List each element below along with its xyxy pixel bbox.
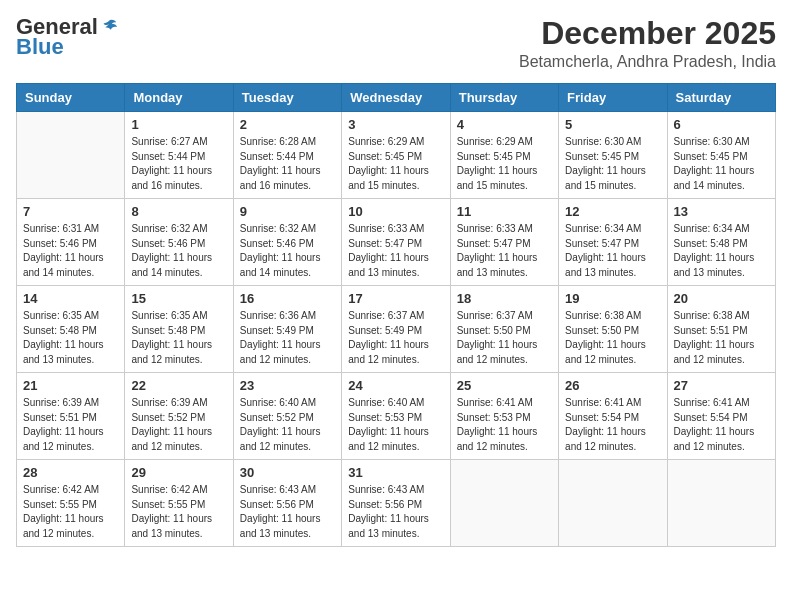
day-info: Sunrise: 6:30 AMSunset: 5:45 PMDaylight:…: [565, 135, 660, 193]
calendar-cell: 26Sunrise: 6:41 AMSunset: 5:54 PMDayligh…: [559, 373, 667, 460]
day-number: 10: [348, 204, 443, 219]
day-number: 17: [348, 291, 443, 306]
day-header-sunday: Sunday: [17, 84, 125, 112]
day-info: Sunrise: 6:31 AMSunset: 5:46 PMDaylight:…: [23, 222, 118, 280]
calendar-cell: 21Sunrise: 6:39 AMSunset: 5:51 PMDayligh…: [17, 373, 125, 460]
calendar-table: SundayMondayTuesdayWednesdayThursdayFrid…: [16, 83, 776, 547]
day-number: 16: [240, 291, 335, 306]
day-info: Sunrise: 6:40 AMSunset: 5:53 PMDaylight:…: [348, 396, 443, 454]
calendar-week-row: 7Sunrise: 6:31 AMSunset: 5:46 PMDaylight…: [17, 199, 776, 286]
day-info: Sunrise: 6:41 AMSunset: 5:54 PMDaylight:…: [674, 396, 769, 454]
day-info: Sunrise: 6:38 AMSunset: 5:50 PMDaylight:…: [565, 309, 660, 367]
day-number: 25: [457, 378, 552, 393]
day-number: 30: [240, 465, 335, 480]
day-info: Sunrise: 6:34 AMSunset: 5:48 PMDaylight:…: [674, 222, 769, 280]
day-number: 11: [457, 204, 552, 219]
day-info: Sunrise: 6:29 AMSunset: 5:45 PMDaylight:…: [348, 135, 443, 193]
month-year-title: December 2025: [519, 16, 776, 51]
day-number: 5: [565, 117, 660, 132]
day-info: Sunrise: 6:32 AMSunset: 5:46 PMDaylight:…: [240, 222, 335, 280]
calendar-cell: 29Sunrise: 6:42 AMSunset: 5:55 PMDayligh…: [125, 460, 233, 547]
calendar-cell: 20Sunrise: 6:38 AMSunset: 5:51 PMDayligh…: [667, 286, 775, 373]
calendar-cell: 22Sunrise: 6:39 AMSunset: 5:52 PMDayligh…: [125, 373, 233, 460]
day-number: 28: [23, 465, 118, 480]
day-number: 26: [565, 378, 660, 393]
day-number: 24: [348, 378, 443, 393]
day-header-wednesday: Wednesday: [342, 84, 450, 112]
calendar-cell: 18Sunrise: 6:37 AMSunset: 5:50 PMDayligh…: [450, 286, 558, 373]
day-number: 29: [131, 465, 226, 480]
day-header-saturday: Saturday: [667, 84, 775, 112]
day-info: Sunrise: 6:38 AMSunset: 5:51 PMDaylight:…: [674, 309, 769, 367]
calendar-cell: 3Sunrise: 6:29 AMSunset: 5:45 PMDaylight…: [342, 112, 450, 199]
day-number: 7: [23, 204, 118, 219]
day-info: Sunrise: 6:35 AMSunset: 5:48 PMDaylight:…: [23, 309, 118, 367]
day-header-monday: Monday: [125, 84, 233, 112]
calendar-cell: [667, 460, 775, 547]
calendar-cell: 16Sunrise: 6:36 AMSunset: 5:49 PMDayligh…: [233, 286, 341, 373]
day-number: 12: [565, 204, 660, 219]
day-info: Sunrise: 6:37 AMSunset: 5:49 PMDaylight:…: [348, 309, 443, 367]
day-info: Sunrise: 6:35 AMSunset: 5:48 PMDaylight:…: [131, 309, 226, 367]
day-number: 1: [131, 117, 226, 132]
calendar-cell: 11Sunrise: 6:33 AMSunset: 5:47 PMDayligh…: [450, 199, 558, 286]
day-number: 27: [674, 378, 769, 393]
calendar-week-row: 21Sunrise: 6:39 AMSunset: 5:51 PMDayligh…: [17, 373, 776, 460]
logo-bird-icon: [100, 18, 118, 36]
calendar-cell: [450, 460, 558, 547]
day-header-friday: Friday: [559, 84, 667, 112]
day-number: 9: [240, 204, 335, 219]
calendar-cell: 2Sunrise: 6:28 AMSunset: 5:44 PMDaylight…: [233, 112, 341, 199]
day-number: 4: [457, 117, 552, 132]
logo: General Blue: [16, 16, 118, 60]
day-number: 14: [23, 291, 118, 306]
day-info: Sunrise: 6:42 AMSunset: 5:55 PMDaylight:…: [23, 483, 118, 541]
calendar-header-row: SundayMondayTuesdayWednesdayThursdayFrid…: [17, 84, 776, 112]
calendar-cell: 19Sunrise: 6:38 AMSunset: 5:50 PMDayligh…: [559, 286, 667, 373]
day-number: 23: [240, 378, 335, 393]
page-header: General Blue December 2025 Betamcherla, …: [16, 16, 776, 71]
day-info: Sunrise: 6:34 AMSunset: 5:47 PMDaylight:…: [565, 222, 660, 280]
calendar-cell: 12Sunrise: 6:34 AMSunset: 5:47 PMDayligh…: [559, 199, 667, 286]
calendar-cell: 17Sunrise: 6:37 AMSunset: 5:49 PMDayligh…: [342, 286, 450, 373]
calendar-cell: 27Sunrise: 6:41 AMSunset: 5:54 PMDayligh…: [667, 373, 775, 460]
calendar-week-row: 14Sunrise: 6:35 AMSunset: 5:48 PMDayligh…: [17, 286, 776, 373]
day-info: Sunrise: 6:41 AMSunset: 5:53 PMDaylight:…: [457, 396, 552, 454]
day-number: 22: [131, 378, 226, 393]
calendar-week-row: 1Sunrise: 6:27 AMSunset: 5:44 PMDaylight…: [17, 112, 776, 199]
calendar-cell: 6Sunrise: 6:30 AMSunset: 5:45 PMDaylight…: [667, 112, 775, 199]
calendar-cell: [17, 112, 125, 199]
day-number: 8: [131, 204, 226, 219]
calendar-cell: 28Sunrise: 6:42 AMSunset: 5:55 PMDayligh…: [17, 460, 125, 547]
calendar-cell: [559, 460, 667, 547]
day-info: Sunrise: 6:41 AMSunset: 5:54 PMDaylight:…: [565, 396, 660, 454]
day-info: Sunrise: 6:40 AMSunset: 5:52 PMDaylight:…: [240, 396, 335, 454]
calendar-cell: 1Sunrise: 6:27 AMSunset: 5:44 PMDaylight…: [125, 112, 233, 199]
calendar-cell: 9Sunrise: 6:32 AMSunset: 5:46 PMDaylight…: [233, 199, 341, 286]
day-info: Sunrise: 6:29 AMSunset: 5:45 PMDaylight:…: [457, 135, 552, 193]
calendar-cell: 5Sunrise: 6:30 AMSunset: 5:45 PMDaylight…: [559, 112, 667, 199]
day-number: 20: [674, 291, 769, 306]
logo-blue-text: Blue: [16, 34, 64, 60]
day-number: 15: [131, 291, 226, 306]
calendar-cell: 13Sunrise: 6:34 AMSunset: 5:48 PMDayligh…: [667, 199, 775, 286]
day-info: Sunrise: 6:33 AMSunset: 5:47 PMDaylight:…: [457, 222, 552, 280]
calendar-cell: 4Sunrise: 6:29 AMSunset: 5:45 PMDaylight…: [450, 112, 558, 199]
day-number: 13: [674, 204, 769, 219]
title-section: December 2025 Betamcherla, Andhra Prades…: [519, 16, 776, 71]
day-number: 31: [348, 465, 443, 480]
calendar-cell: 15Sunrise: 6:35 AMSunset: 5:48 PMDayligh…: [125, 286, 233, 373]
calendar-cell: 31Sunrise: 6:43 AMSunset: 5:56 PMDayligh…: [342, 460, 450, 547]
day-info: Sunrise: 6:28 AMSunset: 5:44 PMDaylight:…: [240, 135, 335, 193]
day-header-thursday: Thursday: [450, 84, 558, 112]
day-info: Sunrise: 6:43 AMSunset: 5:56 PMDaylight:…: [348, 483, 443, 541]
day-number: 6: [674, 117, 769, 132]
day-info: Sunrise: 6:32 AMSunset: 5:46 PMDaylight:…: [131, 222, 226, 280]
day-info: Sunrise: 6:33 AMSunset: 5:47 PMDaylight:…: [348, 222, 443, 280]
calendar-cell: 14Sunrise: 6:35 AMSunset: 5:48 PMDayligh…: [17, 286, 125, 373]
day-info: Sunrise: 6:30 AMSunset: 5:45 PMDaylight:…: [674, 135, 769, 193]
calendar-cell: 25Sunrise: 6:41 AMSunset: 5:53 PMDayligh…: [450, 373, 558, 460]
calendar-cell: 8Sunrise: 6:32 AMSunset: 5:46 PMDaylight…: [125, 199, 233, 286]
day-info: Sunrise: 6:37 AMSunset: 5:50 PMDaylight:…: [457, 309, 552, 367]
day-info: Sunrise: 6:39 AMSunset: 5:52 PMDaylight:…: [131, 396, 226, 454]
